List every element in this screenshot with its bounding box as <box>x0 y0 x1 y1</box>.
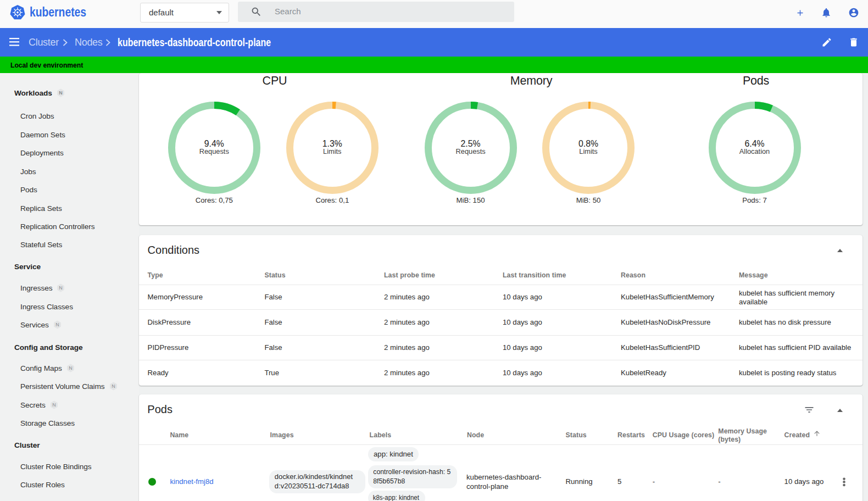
svg-text:N: N <box>112 383 115 389</box>
svg-text:N: N <box>59 90 62 96</box>
svg-text:N: N <box>52 402 55 408</box>
svg-text:N: N <box>69 365 72 371</box>
svg-text:N: N <box>59 285 63 291</box>
svg-text:N: N <box>55 322 59 327</box>
